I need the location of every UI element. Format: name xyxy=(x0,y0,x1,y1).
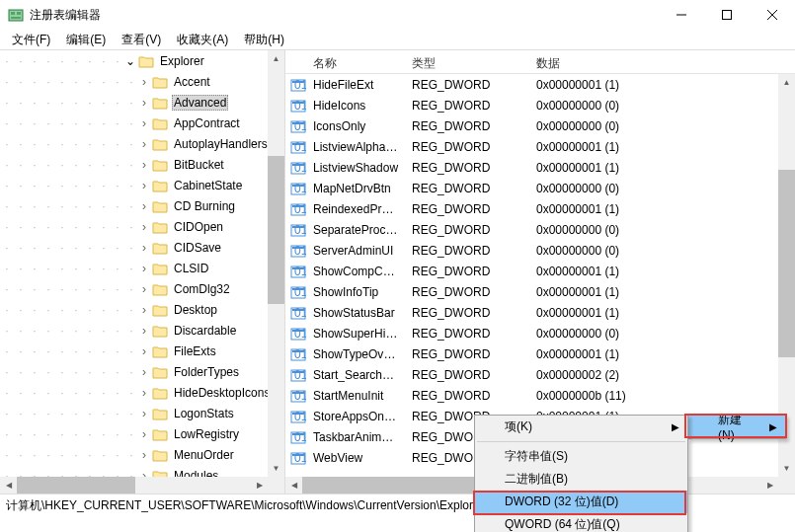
tree-item[interactable]: ··········›Discardable xyxy=(0,320,284,341)
tree-item[interactable]: ··········›AutoplayHandlers xyxy=(0,133,284,154)
tree-item[interactable]: ··········›FolderTypes xyxy=(0,361,284,382)
value-row[interactable]: 011ListviewShadowREG_DWORD0x00000001 (1) xyxy=(285,157,795,178)
tree-item[interactable]: ··········›CD Burning xyxy=(0,195,284,216)
folder-icon xyxy=(152,75,168,89)
scroll-up-icon[interactable]: ▲ xyxy=(268,50,284,67)
context-item-new[interactable]: 新建(N) ▶ xyxy=(688,416,785,438)
tree-item[interactable]: ··········›HideDesktopIcons xyxy=(0,382,284,403)
value-type: REG_DWORD xyxy=(406,265,530,278)
tree-item[interactable]: ··········›CIDOpen xyxy=(0,216,284,237)
scroll-thumb[interactable] xyxy=(268,156,284,304)
tree-item[interactable]: ··········›LowRegistry xyxy=(0,423,284,444)
tree-item[interactable]: ··········›Advanced xyxy=(0,92,284,113)
scroll-down-icon[interactable]: ▼ xyxy=(268,460,284,477)
chevron-right-icon[interactable]: › xyxy=(138,448,150,462)
chevron-right-icon[interactable]: › xyxy=(138,282,150,296)
tree-item[interactable]: ··········›FileExts xyxy=(0,341,284,361)
chevron-right-icon[interactable]: › xyxy=(138,324,150,338)
value-row[interactable]: 011ShowCompCol...REG_DWORD0x00000001 (1) xyxy=(285,261,795,281)
tree-item[interactable]: ··········›ComDlg32 xyxy=(0,278,284,299)
menu-file[interactable]: 文件(F) xyxy=(4,30,58,50)
tree-item-label: CLSID xyxy=(172,261,210,276)
value-row[interactable]: 011HideFileExtREG_DWORD0x00000001 (1) xyxy=(285,74,795,95)
scroll-right-icon[interactable]: ▶ xyxy=(251,477,268,494)
context-item[interactable]: QWORD (64 位)值(Q) xyxy=(475,513,687,532)
chevron-right-icon[interactable]: › xyxy=(138,75,150,89)
tree-item[interactable]: ··········›BitBucket xyxy=(0,154,284,175)
scroll-thumb[interactable] xyxy=(778,170,795,357)
svg-text:011: 011 xyxy=(294,327,306,341)
reg-dword-icon: 011 xyxy=(285,119,307,133)
maximize-button[interactable] xyxy=(704,0,750,30)
tree-item-label: Accent xyxy=(172,74,212,90)
scroll-down-icon[interactable]: ▼ xyxy=(778,460,795,477)
context-menu-new: 新建(N) ▶ xyxy=(687,415,786,439)
chevron-right-icon[interactable]: › xyxy=(138,179,150,192)
menu-view[interactable]: 查看(V) xyxy=(114,30,169,50)
scroll-right-icon[interactable]: ▶ xyxy=(761,477,778,494)
tree-item[interactable]: ··········›CIDSave xyxy=(0,237,284,258)
tree-item[interactable]: ··········›Desktop xyxy=(0,299,284,320)
context-item[interactable]: 字符串值(S) xyxy=(475,445,687,468)
value-row[interactable]: 011ServerAdminUIREG_DWORD0x00000000 (0) xyxy=(285,240,795,261)
chevron-right-icon[interactable]: › xyxy=(138,116,150,130)
tree-item[interactable]: ·········⌄Explorer xyxy=(0,50,284,71)
tree-item[interactable]: ··········›CLSID xyxy=(0,258,284,278)
chevron-right-icon[interactable]: › xyxy=(138,199,150,213)
scroll-left-icon[interactable]: ◀ xyxy=(285,477,302,494)
context-item[interactable]: 项(K)▶ xyxy=(475,416,687,438)
chevron-right-icon[interactable]: › xyxy=(138,262,150,275)
value-name: Start_SearchFiles xyxy=(307,368,406,382)
column-data[interactable]: 数据 xyxy=(530,53,795,74)
reg-dword-icon: 011 xyxy=(285,410,307,423)
value-row[interactable]: 011HideIconsREG_DWORD0x00000000 (0) xyxy=(285,95,795,115)
tree-item[interactable]: ··········›LogonStats xyxy=(0,403,284,423)
value-row[interactable]: 011ListviewAlphaS...REG_DWORD0x00000001 … xyxy=(285,136,795,157)
scroll-up-icon[interactable]: ▲ xyxy=(778,74,795,91)
chevron-right-icon[interactable]: › xyxy=(138,407,150,420)
chevron-right-icon[interactable]: › xyxy=(138,158,150,172)
value-row[interactable]: 011ReindexedProf...REG_DWORD0x00000001 (… xyxy=(285,198,795,219)
value-row[interactable]: 011StartMenuInitREG_DWORD0x0000000b (11) xyxy=(285,385,795,406)
scroll-left-icon[interactable]: ◀ xyxy=(0,477,17,494)
tree-item[interactable]: ··········›CabinetState xyxy=(0,175,284,195)
value-row[interactable]: 011IconsOnlyREG_DWORD0x00000000 (0) xyxy=(285,115,795,136)
value-row[interactable]: 011SeparateProce...REG_DWORD0x00000000 (… xyxy=(285,219,795,240)
chevron-down-icon[interactable]: ⌄ xyxy=(124,54,136,68)
key-tree[interactable]: ·········⌄Explorer··········›Accent·····… xyxy=(0,50,284,494)
chevron-right-icon[interactable]: › xyxy=(138,365,150,379)
folder-icon xyxy=(152,386,168,400)
tree-item-label: AppContract xyxy=(172,115,242,131)
value-type: REG_DWORD xyxy=(406,327,530,341)
value-row[interactable]: 011Start_SearchFilesREG_DWORD0x00000002 … xyxy=(285,364,795,385)
value-row[interactable]: 011ShowSuperHid...REG_DWORD0x00000000 (0… xyxy=(285,323,795,343)
close-button[interactable] xyxy=(750,0,795,30)
chevron-right-icon[interactable]: › xyxy=(138,220,150,234)
value-row[interactable]: 011MapNetDrvBtnREG_DWORD0x00000000 (0) xyxy=(285,178,795,198)
tree-scroll-horizontal[interactable]: ◀ ▶ xyxy=(0,477,268,494)
scroll-thumb[interactable] xyxy=(17,477,135,494)
context-item[interactable]: DWORD (32 位)值(D) xyxy=(475,491,687,513)
column-type[interactable]: 类型 xyxy=(406,53,530,74)
chevron-right-icon[interactable]: › xyxy=(138,386,150,400)
value-row[interactable]: 011ShowStatusBarREG_DWORD0x00000001 (1) xyxy=(285,302,795,323)
chevron-right-icon[interactable]: › xyxy=(138,427,150,441)
menu-favorites[interactable]: 收藏夹(A) xyxy=(169,30,236,50)
minimize-button[interactable] xyxy=(659,0,704,30)
tree-item[interactable]: ··········›Accent xyxy=(0,71,284,92)
chevron-right-icon[interactable]: › xyxy=(138,303,150,317)
submenu-arrow-icon: ▶ xyxy=(672,421,679,432)
tree-scroll-vertical[interactable]: ▲ ▼ xyxy=(268,50,284,477)
menu-help[interactable]: 帮助(H) xyxy=(236,30,292,50)
chevron-right-icon[interactable]: › xyxy=(138,241,150,255)
value-row[interactable]: 011ShowInfoTipREG_DWORD0x00000001 (1) xyxy=(285,281,795,302)
tree-item[interactable]: ··········›MenuOrder xyxy=(0,444,284,465)
column-name[interactable]: 名称 xyxy=(285,53,406,74)
value-row[interactable]: 011ShowTypeOver...REG_DWORD0x00000001 (1… xyxy=(285,343,795,364)
menu-edit[interactable]: 编辑(E) xyxy=(58,30,114,50)
chevron-right-icon[interactable]: › xyxy=(138,137,150,151)
chevron-right-icon[interactable]: › xyxy=(138,96,150,110)
context-item[interactable]: 二进制值(B) xyxy=(475,468,687,491)
chevron-right-icon[interactable]: › xyxy=(138,344,150,358)
tree-item[interactable]: ··········›AppContract xyxy=(0,113,284,133)
